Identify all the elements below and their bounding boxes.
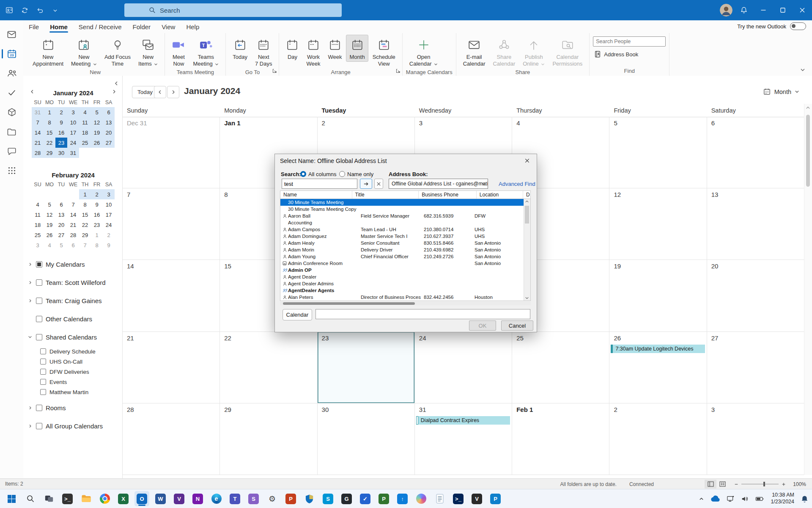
address-row-alan-peters[interactable]: Alan PetersDirector of Business Proces83…: [280, 294, 530, 301]
sidebar-group-team-scott-willeford[interactable]: Team: Scott Willeford: [27, 276, 120, 289]
mini-cal-day[interactable]: 6: [103, 107, 115, 117]
checkbox-shared-calendars[interactable]: [36, 334, 42, 340]
mini-cal-day[interactable]: 12: [44, 210, 55, 220]
tab-help[interactable]: Help: [181, 22, 205, 33]
mini-cal-day[interactable]: 20: [55, 220, 67, 230]
zoom-thumb[interactable]: [763, 482, 765, 486]
taskbar-planner-icon[interactable]: P: [376, 491, 391, 506]
zoom-in-icon[interactable]: [782, 482, 786, 486]
mini-cal-day[interactable]: 25: [79, 138, 91, 148]
mini-cal-day[interactable]: 27: [55, 230, 67, 240]
dialog-close-icon[interactable]: [518, 155, 536, 166]
taskbar-file-explorer-icon[interactable]: [79, 491, 93, 506]
taskbar-teams-icon[interactable]: T: [228, 491, 242, 506]
chevron-right-icon[interactable]: [27, 281, 33, 284]
mini-cal-day[interactable]: 14: [67, 210, 79, 220]
mini-cal-day[interactable]: 1: [79, 189, 91, 199]
chevron-right-icon[interactable]: [27, 262, 33, 266]
mini-cal-day[interactable]: 3: [103, 189, 115, 199]
mini-cal-day[interactable]: 6: [55, 199, 67, 210]
column-header-d[interactable]: D: [523, 191, 530, 199]
rail-item-folders[interactable]: [0, 122, 23, 141]
sidebar-group-all-group-calendars[interactable]: All Group Calendars: [27, 420, 120, 432]
address-book-button[interactable]: Address Book: [593, 50, 666, 59]
mini-cal-day[interactable]: 7: [79, 240, 91, 250]
day-cell-31[interactable]: 31Dialpad Contract Expires: [415, 403, 512, 475]
mini-cal-day[interactable]: 7: [32, 117, 44, 127]
day-cell-7[interactable]: 7: [123, 188, 220, 260]
mini-cal-day[interactable]: 3: [67, 107, 79, 117]
scrollbar-thumb[interactable]: [806, 115, 810, 187]
mini-cal-day[interactable]: 15: [79, 210, 91, 220]
mini-cal-day[interactable]: 2: [103, 230, 115, 240]
sidebar-group-other-calendars[interactable]: Other Calendars: [27, 312, 120, 325]
dialog-launcher-icon[interactable]: [272, 69, 277, 73]
tab-view[interactable]: View: [156, 22, 181, 33]
taskbar-onenote-icon[interactable]: N: [190, 491, 205, 506]
checkbox-other-calendars[interactable]: [36, 316, 42, 322]
taskbar-skype-icon[interactable]: S: [321, 491, 335, 506]
address-list-vscrollbar[interactable]: [524, 199, 530, 301]
mini-cal-day[interactable]: 1: [91, 230, 103, 240]
mini-cal-day[interactable]: 18: [32, 220, 44, 230]
address-row-agentdealer-agents[interactable]: AgentDealer Agents: [280, 287, 530, 294]
address-row-30-minute-teams-meeting[interactable]: 30 Minute Teams Meeting: [280, 199, 530, 206]
day-cell-23[interactable]: 23: [318, 332, 415, 403]
week-button[interactable]: Week: [324, 35, 345, 62]
mini-cal-prev-icon[interactable]: [30, 89, 35, 94]
calendar-event-7-30am-update-logitech-devices[interactable]: 7:30am Update Logitech Devices: [611, 345, 705, 353]
mini-cal-day[interactable]: 31: [67, 148, 79, 158]
mini-cal-day[interactable]: 30: [55, 148, 67, 158]
sidebar-group-shared-calendars[interactable]: Shared Calendars: [27, 331, 120, 343]
mini-cal-day[interactable]: 16: [55, 127, 67, 138]
taskbar-to-do-icon[interactable]: ✓: [358, 491, 373, 506]
mini-cal-day[interactable]: 13: [55, 210, 67, 220]
scroll-up-icon[interactable]: [806, 105, 810, 110]
mini-cal-day[interactable]: 22: [44, 138, 55, 148]
scroll-down-arrow-icon[interactable]: [525, 296, 529, 300]
taskbar-terminal-icon[interactable]: >_: [60, 491, 75, 506]
checkbox-my-calendars[interactable]: [36, 261, 42, 268]
mini-cal-day[interactable]: 2: [55, 107, 67, 117]
address-row-agent-dealer[interactable]: Agent Dealer: [280, 273, 530, 280]
day-cell-13[interactable]: 13: [707, 188, 804, 260]
work-week-button[interactable]: WorkWeek: [303, 35, 324, 69]
mini-cal-day[interactable]: 29: [44, 148, 55, 158]
checkbox-team-craig-gaines[interactable]: [36, 298, 42, 304]
recipient-input[interactable]: [315, 309, 530, 319]
address-row-accounting[interactable]: Accounting: [280, 219, 530, 226]
zoom-slider[interactable]: [734, 482, 786, 486]
checkbox-rooms[interactable]: [36, 405, 42, 411]
open-calendar-button[interactable]: OpenCalendar: [406, 35, 441, 69]
mini-cal-day[interactable]: 3: [32, 240, 44, 250]
mini-cal-day[interactable]: 4: [44, 240, 55, 250]
taskbar-powershell-icon[interactable]: >_: [451, 491, 466, 506]
calendar-scrollbar[interactable]: [804, 104, 812, 475]
tab-file[interactable]: File: [23, 22, 44, 33]
mini-cal-day[interactable]: 21: [67, 220, 79, 230]
day-cell-24[interactable]: 24: [415, 332, 512, 403]
hscroll-thumb[interactable]: [283, 302, 415, 305]
taskbar-outlook-icon[interactable]: O: [134, 491, 149, 506]
previous-month-button[interactable]: [154, 86, 166, 98]
address-row-agent-dealer-admins[interactable]: Agent Dealer Admins: [280, 280, 530, 287]
calendar-event-dialpad-contract-expires[interactable]: Dialpad Contract Expires: [416, 416, 510, 425]
address-row-adam-campos[interactable]: Adam CamposTeam Lead - UH210.380.0714UHS: [280, 226, 530, 233]
column-header-location[interactable]: Location: [477, 191, 523, 199]
search-bar[interactable]: Search: [124, 3, 342, 17]
notifications-bell-icon[interactable]: [740, 6, 748, 14]
mini-cal-day[interactable]: 14: [32, 127, 44, 138]
day-cell-28[interactable]: 28: [123, 403, 220, 475]
add-focus-time-button[interactable]: Add FocusTime: [101, 35, 134, 69]
radio-name-only-label[interactable]: Name only: [347, 171, 373, 177]
mini-cal-day[interactable]: 8: [79, 199, 91, 210]
sidebar-group-team-craig-gaines[interactable]: Team: Craig Gaines: [27, 294, 120, 307]
mini-cal-day[interactable]: 23: [55, 138, 67, 148]
day-cell-feb-1[interactable]: Feb 1: [512, 403, 609, 475]
taskbar-paint-icon[interactable]: P: [488, 491, 503, 506]
checkbox-delivery-schedule[interactable]: [40, 348, 46, 354]
address-row-admin-conference-room[interactable]: Admin Conference RoomSan Antonio: [280, 260, 530, 267]
today-button[interactable]: Today: [229, 35, 251, 62]
address-row-adam-healy[interactable]: Adam HealySenior Consultant830.515.8466S…: [280, 240, 530, 246]
undo-icon[interactable]: [36, 6, 44, 14]
